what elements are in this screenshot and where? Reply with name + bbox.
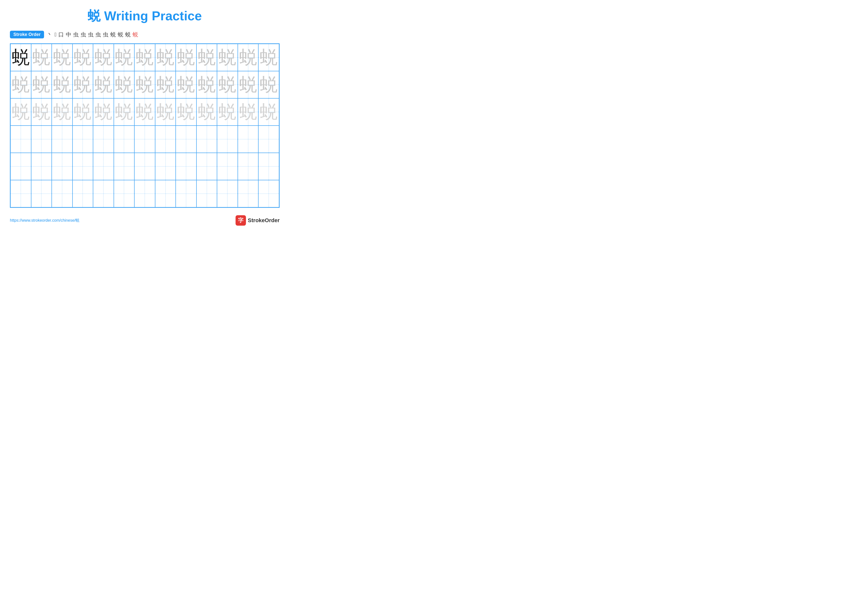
cell-r1-c10[interactable]: 蜕 [197, 44, 217, 71]
cell-r5-c10[interactable] [197, 153, 217, 180]
cell-r2-c13[interactable]: 蜕 [258, 71, 279, 98]
cell-r3-c5[interactable]: 蜕 [93, 98, 114, 126]
cell-r1-c8[interactable]: 蜕 [155, 44, 176, 71]
cell-r3-c4[interactable]: 蜕 [73, 98, 93, 126]
cell-r3-c9[interactable]: 蜕 [176, 98, 197, 126]
cell-r5-c11[interactable] [217, 153, 238, 180]
stroke-sequence: 丶 𠃌 口 中 虫 虫 虫 虫 虫 蜕 蜕 蜕 蜕 [47, 31, 138, 38]
cell-r1-c7[interactable]: 蜕 [134, 44, 155, 71]
cell-r4-c1[interactable] [10, 126, 31, 153]
cell-r5-c6[interactable] [114, 153, 135, 180]
cell-r6-c9[interactable] [176, 180, 197, 207]
cell-r4-c3[interactable] [52, 126, 73, 153]
cell-r1-c9[interactable]: 蜕 [176, 44, 197, 71]
cell-r5-c9[interactable] [176, 153, 197, 180]
cell-r2-c7[interactable]: 蜕 [134, 71, 155, 98]
cell-r3-c11[interactable]: 蜕 [217, 98, 238, 126]
cell-r2-c6[interactable]: 蜕 [114, 71, 135, 98]
char-light: 蜕 [115, 103, 133, 121]
cell-r6-c5[interactable] [93, 180, 114, 207]
char-light: 蜕 [239, 76, 257, 93]
cell-r3-c13[interactable]: 蜕 [258, 98, 279, 126]
stroke-13: 蜕 [133, 31, 138, 38]
cell-r4-c12[interactable] [238, 126, 259, 153]
cell-r6-c4[interactable] [73, 180, 93, 207]
cell-r3-c12[interactable]: 蜕 [238, 98, 259, 126]
cell-r4-c8[interactable] [155, 126, 176, 153]
cell-r2-c10[interactable]: 蜕 [197, 71, 217, 98]
cell-r2-c8[interactable]: 蜕 [155, 71, 176, 98]
cell-r2-c5[interactable]: 蜕 [93, 71, 114, 98]
char-light: 蜕 [177, 48, 195, 66]
stroke-2: 𠃌 [54, 31, 56, 38]
cell-r5-c1[interactable] [10, 153, 31, 180]
cell-r1-c1[interactable]: 蜕 [10, 44, 31, 71]
cell-r2-c2[interactable]: 蜕 [31, 71, 52, 98]
char-light: 蜕 [115, 48, 133, 66]
cell-r4-c6[interactable] [114, 126, 135, 153]
cell-r6-c10[interactable] [197, 180, 217, 207]
cell-r1-c2[interactable]: 蜕 [31, 44, 52, 71]
char-light: 蜕 [219, 48, 236, 66]
cell-r4-c13[interactable] [258, 126, 279, 153]
char-light: 蜕 [157, 48, 174, 66]
cell-r4-c5[interactable] [93, 126, 114, 153]
stroke-4: 中 [66, 31, 71, 38]
cell-r5-c2[interactable] [31, 153, 52, 180]
cell-r5-c13[interactable] [258, 153, 279, 180]
cell-r6-c3[interactable] [52, 180, 73, 207]
char-light: 蜕 [177, 103, 195, 121]
cell-r2-c9[interactable]: 蜕 [176, 71, 197, 98]
char-light: 蜕 [95, 76, 112, 93]
cell-r3-c3[interactable]: 蜕 [52, 98, 73, 126]
cell-r1-c4[interactable]: 蜕 [73, 44, 93, 71]
cell-r3-c2[interactable]: 蜕 [31, 98, 52, 126]
cell-r4-c4[interactable] [73, 126, 93, 153]
cell-r6-c13[interactable] [258, 180, 279, 207]
cell-r5-c4[interactable] [73, 153, 93, 180]
logo-text: StrokeOrder [248, 217, 280, 224]
practice-grid: 蜕 蜕 蜕 蜕 蜕 蜕 蜕 蜕 蜕 蜕 蜕 蜕 蜕 蜕 蜕 蜕 蜕 蜕 蜕 蜕 … [10, 44, 280, 208]
cell-r2-c3[interactable]: 蜕 [52, 71, 73, 98]
cell-r4-c10[interactable] [197, 126, 217, 153]
cell-r6-c12[interactable] [238, 180, 259, 207]
cell-r1-c13[interactable]: 蜕 [258, 44, 279, 71]
cell-r3-c6[interactable]: 蜕 [114, 98, 135, 126]
cell-r5-c5[interactable] [93, 153, 114, 180]
cell-r3-c10[interactable]: 蜕 [197, 98, 217, 126]
cell-r6-c8[interactable] [155, 180, 176, 207]
cell-r6-c2[interactable] [31, 180, 52, 207]
cell-r4-c11[interactable] [217, 126, 238, 153]
footer-logo: 字 StrokeOrder [236, 215, 280, 225]
cell-r6-c11[interactable] [217, 180, 238, 207]
cell-r4-c2[interactable] [31, 126, 52, 153]
cell-r1-c12[interactable]: 蜕 [238, 44, 259, 71]
stroke-6: 虫 [81, 31, 86, 38]
footer-url[interactable]: https://www.strokeorder.com/chinese/蜕 [10, 218, 79, 223]
cell-r5-c7[interactable] [134, 153, 155, 180]
char-light: 蜕 [74, 103, 91, 121]
cell-r1-c11[interactable]: 蜕 [217, 44, 238, 71]
cell-r2-c1[interactable]: 蜕 [10, 71, 31, 98]
cell-r6-c6[interactable] [114, 180, 135, 207]
cell-r2-c12[interactable]: 蜕 [238, 71, 259, 98]
cell-r4-c9[interactable] [176, 126, 197, 153]
cell-r2-c4[interactable]: 蜕 [73, 71, 93, 98]
char-light: 蜕 [239, 103, 257, 121]
cell-r1-c5[interactable]: 蜕 [93, 44, 114, 71]
cell-r6-c1[interactable] [10, 180, 31, 207]
stroke-1: 丶 [47, 31, 53, 38]
cell-r6-c7[interactable] [134, 180, 155, 207]
cell-r1-c3[interactable]: 蜕 [52, 44, 73, 71]
cell-r2-c11[interactable]: 蜕 [217, 71, 238, 98]
cell-r5-c12[interactable] [238, 153, 259, 180]
cell-r1-c6[interactable]: 蜕 [114, 44, 135, 71]
cell-r3-c8[interactable]: 蜕 [155, 98, 176, 126]
cell-r3-c1[interactable]: 蜕 [10, 98, 31, 126]
cell-r3-c7[interactable]: 蜕 [134, 98, 155, 126]
stroke-order-row: Stroke Order 丶 𠃌 口 中 虫 虫 虫 虫 虫 蜕 蜕 蜕 蜕 [10, 31, 280, 38]
cell-r5-c3[interactable] [52, 153, 73, 180]
cell-r4-c7[interactable] [134, 126, 155, 153]
char-light: 蜕 [157, 103, 174, 121]
cell-r5-c8[interactable] [155, 153, 176, 180]
